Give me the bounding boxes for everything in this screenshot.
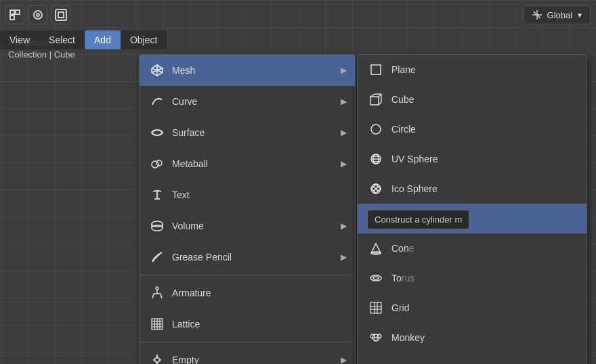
grid-icon xyxy=(367,299,385,317)
svg-rect-1 xyxy=(16,10,20,14)
svg-point-73 xyxy=(377,337,378,338)
add-menu: Mesh ▶ Curve ▶ Surface ▶ xyxy=(139,54,356,364)
svg-marker-52 xyxy=(374,184,378,189)
svg-rect-0 xyxy=(10,10,14,14)
menu-item-object[interactable]: Object xyxy=(121,30,167,49)
global-label: Global xyxy=(547,10,573,20)
curve-label: Curve xyxy=(172,96,341,107)
svg-marker-54 xyxy=(374,189,378,194)
menu-item-mesh[interactable]: Mesh ▶ xyxy=(140,55,355,86)
submenu-item-icosphere[interactable]: Ico Sphere xyxy=(358,174,587,204)
empty-label: Empty xyxy=(172,355,341,364)
submenu-item-cube[interactable]: Cube xyxy=(358,85,587,114)
menu-item-metaball[interactable]: Metaball ▶ xyxy=(140,148,355,179)
circle-label: Circle xyxy=(391,124,577,135)
corner-icons xyxy=(5,5,70,24)
cone-icon xyxy=(367,240,385,257)
svg-point-56 xyxy=(371,214,381,218)
volume-arrow: ▶ xyxy=(341,221,347,231)
svg-rect-64 xyxy=(370,302,381,313)
grease-pencil-arrow: ▶ xyxy=(341,252,347,262)
svg-point-17 xyxy=(156,160,162,166)
torus-label: Torus xyxy=(391,273,577,283)
menu-item-surface[interactable]: Surface ▶ xyxy=(140,117,355,148)
menu-item-select[interactable]: Select xyxy=(39,30,85,49)
submenu-item-uvsphere[interactable]: UV Sphere xyxy=(358,144,587,174)
corner-icon-2[interactable] xyxy=(28,5,47,24)
menu-item-curve[interactable]: Curve ▶ xyxy=(140,86,355,117)
submenu-item-cone[interactable]: Cone xyxy=(358,233,587,263)
icosphere-label: Ico Sphere xyxy=(391,183,577,194)
cone-label: Cone xyxy=(391,243,577,254)
surface-icon xyxy=(148,123,167,142)
svg-point-57 xyxy=(371,219,381,223)
svg-rect-38 xyxy=(370,97,379,105)
volume-label: Volume xyxy=(172,221,341,231)
submenu-item-monkey[interactable]: Monkey xyxy=(358,323,587,352)
corner-icon-1[interactable] xyxy=(5,5,24,24)
global-indicator[interactable]: Global ▼ xyxy=(524,5,591,24)
empty-icon xyxy=(148,350,167,364)
menu-item-add[interactable]: Add xyxy=(85,30,121,49)
separator-2 xyxy=(140,342,355,342)
metaball-icon xyxy=(148,154,167,173)
monkey-label: Monkey xyxy=(391,332,577,343)
circle-icon xyxy=(367,120,385,138)
grid-label: Grid xyxy=(391,302,577,313)
menu-item-view[interactable]: View xyxy=(0,30,39,49)
menu-item-armature[interactable]: Armature xyxy=(140,277,355,309)
lattice-label: Lattice xyxy=(172,319,347,329)
mesh-label: Mesh xyxy=(172,65,341,76)
plane-label: Plane xyxy=(391,64,577,75)
svg-rect-37 xyxy=(371,65,381,74)
svg-point-4 xyxy=(37,14,39,16)
torus-icon xyxy=(367,269,385,287)
cylinder-icon xyxy=(367,210,385,227)
text-label: Text xyxy=(172,189,347,200)
icosphere-icon xyxy=(367,180,385,198)
cube-icon xyxy=(367,91,385,108)
svg-rect-6 xyxy=(58,12,64,18)
menu-item-empty[interactable]: Empty ▶ xyxy=(140,344,355,364)
svg-line-26 xyxy=(152,294,154,298)
menu-item-text[interactable]: Text xyxy=(140,179,355,210)
collection-label: Collection | Cube xyxy=(8,49,75,60)
menu-item-volume[interactable]: Volume ▶ xyxy=(140,210,355,242)
metaball-label: Metaball xyxy=(172,158,341,169)
grease-pencil-label: Grease Pencil xyxy=(172,252,341,263)
submenu-item-plane[interactable]: Plane xyxy=(358,55,587,85)
submenu-item-cylinder[interactable]: Cylinder xyxy=(358,204,587,233)
surface-arrow: ▶ xyxy=(341,128,347,137)
svg-point-44 xyxy=(371,124,381,134)
text-icon xyxy=(148,185,167,204)
curve-arrow: ▶ xyxy=(341,97,347,106)
svg-point-3 xyxy=(34,11,42,19)
cylinder-label: Cylinder xyxy=(391,213,577,224)
axis-icon xyxy=(531,9,543,21)
dropdown-container: Mesh ▶ Curve ▶ Surface ▶ xyxy=(139,54,587,364)
grease-pencil-icon xyxy=(148,248,167,267)
empty-arrow: ▶ xyxy=(341,355,347,364)
submenu-item-circle[interactable]: Circle xyxy=(358,114,587,144)
svg-marker-55 xyxy=(371,187,376,191)
uvsphere-icon xyxy=(367,150,385,168)
uvsphere-label: UV Sphere xyxy=(391,154,577,164)
menu-item-lattice[interactable]: Lattice xyxy=(140,309,355,340)
svg-point-23 xyxy=(156,287,158,290)
menu-bar: View Select Add Object xyxy=(0,30,167,49)
submenu-item-grid[interactable]: Grid xyxy=(358,293,587,323)
lattice-icon xyxy=(148,315,167,334)
armature-label: Armature xyxy=(172,288,347,298)
corner-icon-3[interactable] xyxy=(51,5,70,24)
armature-icon xyxy=(148,283,167,302)
submenu-item-torus[interactable]: Torus xyxy=(358,263,587,293)
menu-item-grease-pencil[interactable]: Grease Pencil ▶ xyxy=(140,242,355,273)
monkey-icon xyxy=(367,329,385,346)
svg-rect-2 xyxy=(10,16,14,20)
cube-label: Cube xyxy=(391,94,577,105)
svg-point-72 xyxy=(374,337,375,338)
svg-marker-53 xyxy=(376,187,381,191)
volume-icon xyxy=(148,217,167,235)
svg-point-62 xyxy=(370,275,381,281)
svg-point-63 xyxy=(373,277,379,279)
